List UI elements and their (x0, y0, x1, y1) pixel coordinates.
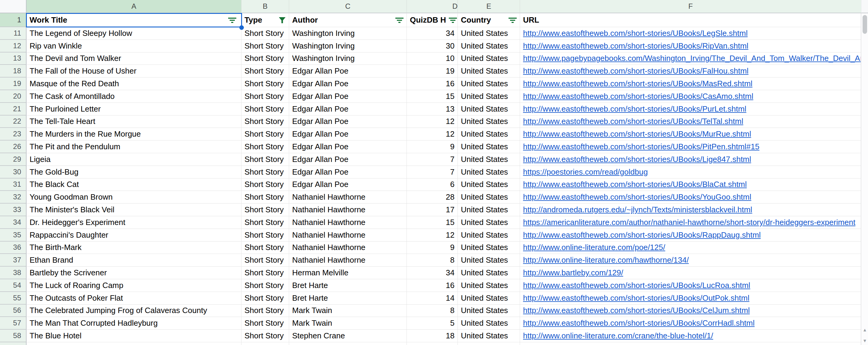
row-number[interactable]: 20 (0, 90, 27, 103)
row-number[interactable]: 11 (0, 27, 27, 40)
cell-type[interactable]: Short Story (242, 53, 289, 65)
row-number[interactable]: 21 (0, 103, 27, 115)
cell-url[interactable]: http://www.eastoftheweb.com/short-storie… (520, 191, 861, 204)
cell-work-title[interactable]: The Murders in the Rue Morgue (27, 128, 242, 141)
cell-work-title[interactable]: The Birth-Mark (27, 242, 242, 254)
cell-author[interactable]: Edgar Allan Poe (289, 65, 407, 77)
cell-work-title[interactable]: Ligeia (27, 153, 242, 166)
cell-author[interactable]: Edgar Allan Poe (289, 77, 407, 90)
cell-author[interactable]: Bret Harte (289, 279, 407, 292)
filter-lines-icon[interactable] (449, 17, 457, 23)
url-link[interactable]: http://www.eastoftheweb.com/short-storie… (523, 231, 761, 240)
cell-type[interactable]: Short Story (242, 178, 289, 191)
url-link[interactable]: http://www.eastoftheweb.com/short-storie… (523, 104, 746, 114)
url-link[interactable]: http://www.online-literature.com/poe/125… (523, 243, 665, 252)
cell-quizdb-hits[interactable] (407, 342, 458, 345)
cell-work-title[interactable]: Bartleby the Scrivener (27, 267, 242, 279)
cell-work-title[interactable]: The Cask of Amontillado (27, 90, 242, 103)
row-number[interactable]: 26 (0, 141, 27, 153)
cell-work-title[interactable] (27, 342, 242, 345)
cell-work-title[interactable]: Rappaccini's Daughter (27, 229, 242, 242)
row-number[interactable]: 31 (0, 178, 27, 191)
cell-quizdb-hits[interactable]: 15 (407, 216, 458, 229)
scrollbar-thumb[interactable] (863, 15, 867, 34)
cell-country[interactable]: United States (458, 103, 520, 115)
url-link[interactable]: http://andromeda.rutgers.edu/~jlynch/Tex… (523, 205, 752, 214)
scroll-up-arrow-icon[interactable]: ▲ (861, 327, 868, 332)
cell-url[interactable]: http://www.eastoftheweb.com/short-storie… (520, 27, 861, 40)
cell-work-title[interactable]: The Fall of the House of Usher (27, 65, 242, 77)
cell-country[interactable] (458, 342, 520, 345)
cell-work-title[interactable]: The Celebrated Jumping Frog of Calaveras… (27, 305, 242, 317)
filter-funnel-active-icon[interactable] (279, 17, 286, 24)
cell-country[interactable]: United States (458, 279, 520, 292)
cell-C1-author[interactable]: Author (289, 13, 407, 27)
column-header-A[interactable]: A (27, 0, 242, 13)
cell-country[interactable]: United States (458, 115, 520, 128)
cell-work-title[interactable]: The Legend of Sleepy Hollow (27, 27, 242, 40)
cell-type[interactable]: Short Story (242, 153, 289, 166)
cell-quizdb-hits[interactable]: 15 (407, 90, 458, 103)
cell-type[interactable]: Short Story (242, 292, 289, 305)
cell-url[interactable]: http://www.pagebypagebooks.com/Washingto… (520, 53, 861, 65)
cell-quizdb-hits[interactable]: 9 (407, 242, 458, 254)
cell-url[interactable]: http://www.eastoftheweb.com/short-storie… (520, 305, 861, 317)
cell-D1-quizdb[interactable]: QuizDB H (407, 13, 458, 27)
cell-type[interactable]: Short Story (242, 216, 289, 229)
cell-author[interactable]: Edgar Allan Poe (289, 141, 407, 153)
cell-country[interactable]: United States (458, 229, 520, 242)
cell-url[interactable]: http://www.eastoftheweb.com/short-storie… (520, 40, 861, 53)
row-number[interactable]: 33 (0, 204, 27, 216)
cell-type[interactable]: Short Story (242, 141, 289, 153)
cell-author[interactable] (289, 342, 407, 345)
cell-url[interactable]: http://www.eastoftheweb.com/short-storie… (520, 178, 861, 191)
cell-type[interactable]: Short Story (242, 242, 289, 254)
cell-quizdb-hits[interactable]: 12 (407, 128, 458, 141)
cell-author[interactable]: Nathaniel Hawthorne (289, 216, 407, 229)
cell-author[interactable]: Edgar Allan Poe (289, 153, 407, 166)
cell-url[interactable]: http://andromeda.rutgers.edu/~jlynch/Tex… (520, 204, 861, 216)
cell-type[interactable]: Short Story (242, 204, 289, 216)
filter-lines-icon[interactable] (508, 17, 517, 23)
cell-type[interactable]: Short Story (242, 40, 289, 53)
cell-quizdb-hits[interactable]: 17 (407, 204, 458, 216)
cell-author[interactable]: Nathaniel Hawthorne (289, 242, 407, 254)
cell-url[interactable]: http://www.eastoftheweb.com/short-storie… (520, 128, 861, 141)
fill-handle[interactable] (239, 25, 244, 30)
url-link[interactable]: http://www.eastoftheweb.com/short-storie… (523, 281, 750, 290)
cell-type[interactable]: Short Story (242, 103, 289, 115)
row-number[interactable]: 13 (0, 53, 27, 65)
cell-work-title[interactable]: Ethan Brand (27, 254, 242, 267)
row-number-1[interactable]: 1 (0, 13, 27, 27)
cell-type[interactable]: Short Story (242, 166, 289, 178)
cell-type[interactable]: Short Story (242, 90, 289, 103)
row-number[interactable]: 54 (0, 279, 27, 292)
cell-url[interactable]: https://americanliterature.com/author/na… (520, 216, 861, 229)
cell-url[interactable]: http://www.eastoftheweb.com/short-storie… (520, 279, 861, 292)
cell-type[interactable]: Short Story (242, 27, 289, 40)
select-all-corner[interactable] (0, 0, 27, 13)
url-link[interactable]: http://www.eastoftheweb.com/short-storie… (523, 193, 751, 202)
cell-country[interactable]: United States (458, 53, 520, 65)
cell-E1-country[interactable]: Country (458, 13, 520, 27)
cell-work-title[interactable]: The Man That Corrupted Hadleyburg (27, 317, 242, 330)
url-link[interactable]: http://www.eastoftheweb.com/short-storie… (523, 79, 752, 89)
cell-author[interactable]: Washington Irving (289, 40, 407, 53)
cell-quizdb-hits[interactable]: 8 (407, 254, 458, 267)
cell-country[interactable]: United States (458, 166, 520, 178)
cell-type[interactable]: Short Story (242, 330, 289, 342)
row-number[interactable]: 30 (0, 166, 27, 178)
cell-type[interactable]: Short Story (242, 191, 289, 204)
cell-country[interactable]: United States (458, 204, 520, 216)
cell-url[interactable]: http://www.online-literature.com/crane/t… (520, 330, 861, 342)
row-number[interactable]: 12 (0, 40, 27, 53)
cell-A1-work-title[interactable]: Work Title (27, 13, 242, 27)
cell-quizdb-hits[interactable]: 13 (407, 103, 458, 115)
row-number[interactable] (0, 342, 27, 345)
row-number[interactable]: 36 (0, 242, 27, 254)
cell-quizdb-hits[interactable]: 7 (407, 153, 458, 166)
cell-url[interactable] (520, 342, 861, 345)
cell-country[interactable]: United States (458, 128, 520, 141)
cell-author[interactable]: Nathaniel Hawthorne (289, 229, 407, 242)
cell-type[interactable]: Short Story (242, 317, 289, 330)
